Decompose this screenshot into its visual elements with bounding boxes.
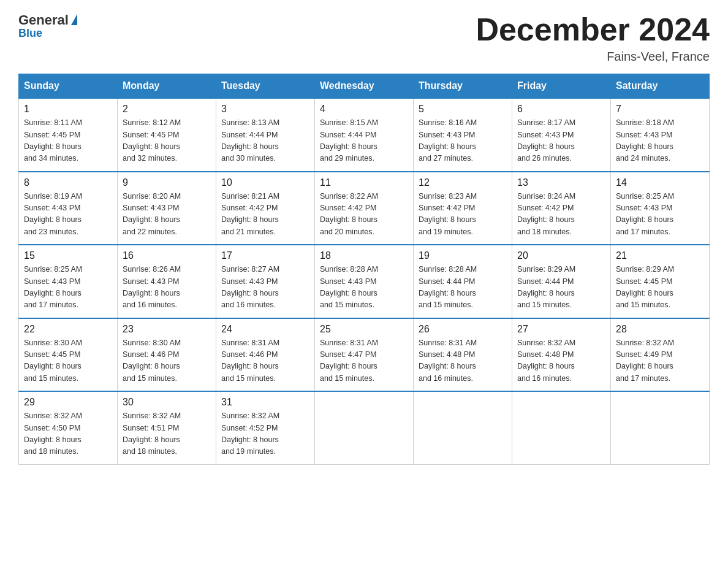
calendar-week-row: 29 Sunrise: 8:32 AM Sunset: 4:50 PM Dayl… bbox=[19, 391, 710, 464]
calendar-cell: 10 Sunrise: 8:21 AM Sunset: 4:42 PM Dayl… bbox=[216, 172, 315, 245]
calendar-cell: 16 Sunrise: 8:26 AM Sunset: 4:43 PM Dayl… bbox=[118, 245, 216, 318]
calendar-cell: 2 Sunrise: 8:12 AM Sunset: 4:45 PM Dayli… bbox=[118, 98, 216, 172]
calendar-cell: 22 Sunrise: 8:30 AM Sunset: 4:45 PM Dayl… bbox=[19, 318, 118, 392]
day-number: 13 bbox=[517, 177, 605, 188]
day-number: 10 bbox=[221, 177, 309, 188]
day-number: 1 bbox=[24, 104, 112, 115]
day-number: 26 bbox=[419, 324, 507, 335]
calendar-cell: 4 Sunrise: 8:15 AM Sunset: 4:44 PM Dayli… bbox=[315, 98, 414, 172]
day-number: 23 bbox=[123, 324, 211, 335]
month-title: December 2024 bbox=[476, 12, 710, 47]
calendar-cell: 11 Sunrise: 8:22 AM Sunset: 4:42 PM Dayl… bbox=[315, 172, 414, 245]
logo-blue-text: Blue bbox=[18, 27, 42, 40]
day-info: Sunrise: 8:31 AM Sunset: 4:47 PM Dayligh… bbox=[320, 337, 408, 385]
day-info: Sunrise: 8:30 AM Sunset: 4:45 PM Dayligh… bbox=[24, 337, 112, 385]
calendar-cell: 30 Sunrise: 8:32 AM Sunset: 4:51 PM Dayl… bbox=[118, 391, 216, 464]
day-info: Sunrise: 8:21 AM Sunset: 4:42 PM Dayligh… bbox=[221, 191, 309, 239]
day-number: 9 bbox=[123, 177, 211, 188]
calendar-cell: 8 Sunrise: 8:19 AM Sunset: 4:43 PM Dayli… bbox=[19, 172, 118, 245]
calendar-week-row: 1 Sunrise: 8:11 AM Sunset: 4:45 PM Dayli… bbox=[19, 98, 710, 172]
day-number: 18 bbox=[320, 250, 408, 261]
day-info: Sunrise: 8:32 AM Sunset: 4:52 PM Dayligh… bbox=[221, 410, 309, 458]
day-info: Sunrise: 8:28 AM Sunset: 4:43 PM Dayligh… bbox=[320, 264, 408, 312]
day-number: 29 bbox=[24, 397, 112, 408]
page-header: General Blue December 2024 Fains-Veel, F… bbox=[18, 12, 710, 64]
day-info: Sunrise: 8:23 AM Sunset: 4:42 PM Dayligh… bbox=[419, 191, 507, 239]
day-number: 8 bbox=[24, 177, 112, 188]
day-info: Sunrise: 8:17 AM Sunset: 4:43 PM Dayligh… bbox=[517, 117, 605, 165]
day-info: Sunrise: 8:22 AM Sunset: 4:42 PM Dayligh… bbox=[320, 191, 408, 239]
day-number: 20 bbox=[517, 250, 605, 261]
calendar-cell bbox=[611, 391, 710, 464]
logo-wordmark: General bbox=[18, 12, 77, 28]
day-info: Sunrise: 8:18 AM Sunset: 4:43 PM Dayligh… bbox=[616, 117, 704, 165]
day-number: 19 bbox=[419, 250, 507, 261]
calendar-cell: 28 Sunrise: 8:32 AM Sunset: 4:49 PM Dayl… bbox=[611, 318, 710, 392]
calendar-cell: 12 Sunrise: 8:23 AM Sunset: 4:42 PM Dayl… bbox=[414, 172, 512, 245]
weekday-header-tuesday: Tuesday bbox=[216, 74, 315, 99]
day-number: 24 bbox=[221, 324, 309, 335]
day-info: Sunrise: 8:32 AM Sunset: 4:50 PM Dayligh… bbox=[24, 410, 112, 458]
day-number: 17 bbox=[221, 250, 309, 261]
logo: General Blue bbox=[18, 12, 77, 40]
day-info: Sunrise: 8:20 AM Sunset: 4:43 PM Dayligh… bbox=[123, 191, 211, 239]
calendar-cell: 21 Sunrise: 8:29 AM Sunset: 4:45 PM Dayl… bbox=[611, 245, 710, 318]
location-label: Fains-Veel, France bbox=[476, 50, 710, 64]
weekday-header-sunday: Sunday bbox=[19, 74, 118, 99]
day-number: 25 bbox=[320, 324, 408, 335]
calendar-cell bbox=[315, 391, 414, 464]
calendar-cell: 20 Sunrise: 8:29 AM Sunset: 4:44 PM Dayl… bbox=[512, 245, 611, 318]
calendar-cell: 15 Sunrise: 8:25 AM Sunset: 4:43 PM Dayl… bbox=[19, 245, 118, 318]
day-number: 5 bbox=[419, 104, 507, 115]
day-number: 7 bbox=[616, 104, 704, 115]
day-number: 4 bbox=[320, 104, 408, 115]
day-number: 31 bbox=[221, 397, 309, 408]
day-info: Sunrise: 8:19 AM Sunset: 4:43 PM Dayligh… bbox=[24, 191, 112, 239]
day-info: Sunrise: 8:25 AM Sunset: 4:43 PM Dayligh… bbox=[616, 191, 704, 239]
calendar-cell bbox=[414, 391, 512, 464]
weekday-header-saturday: Saturday bbox=[611, 74, 710, 99]
calendar-cell: 9 Sunrise: 8:20 AM Sunset: 4:43 PM Dayli… bbox=[118, 172, 216, 245]
day-number: 14 bbox=[616, 177, 704, 188]
day-number: 12 bbox=[419, 177, 507, 188]
calendar-cell: 23 Sunrise: 8:30 AM Sunset: 4:46 PM Dayl… bbox=[118, 318, 216, 392]
calendar-week-row: 8 Sunrise: 8:19 AM Sunset: 4:43 PM Dayli… bbox=[19, 172, 710, 245]
logo-general-text: General bbox=[18, 12, 69, 28]
day-info: Sunrise: 8:29 AM Sunset: 4:45 PM Dayligh… bbox=[616, 264, 704, 312]
weekday-header-monday: Monday bbox=[118, 74, 216, 99]
calendar-cell: 26 Sunrise: 8:31 AM Sunset: 4:48 PM Dayl… bbox=[414, 318, 512, 392]
day-info: Sunrise: 8:24 AM Sunset: 4:42 PM Dayligh… bbox=[517, 191, 605, 239]
calendar-cell: 3 Sunrise: 8:13 AM Sunset: 4:44 PM Dayli… bbox=[216, 98, 315, 172]
day-number: 16 bbox=[123, 250, 211, 261]
day-info: Sunrise: 8:32 AM Sunset: 4:48 PM Dayligh… bbox=[517, 337, 605, 385]
calendar-cell: 29 Sunrise: 8:32 AM Sunset: 4:50 PM Dayl… bbox=[19, 391, 118, 464]
day-info: Sunrise: 8:32 AM Sunset: 4:49 PM Dayligh… bbox=[616, 337, 704, 385]
day-info: Sunrise: 8:30 AM Sunset: 4:46 PM Dayligh… bbox=[123, 337, 211, 385]
day-info: Sunrise: 8:32 AM Sunset: 4:51 PM Dayligh… bbox=[123, 410, 211, 458]
calendar-cell: 5 Sunrise: 8:16 AM Sunset: 4:43 PM Dayli… bbox=[414, 98, 512, 172]
calendar-cell: 31 Sunrise: 8:32 AM Sunset: 4:52 PM Dayl… bbox=[216, 391, 315, 464]
calendar-week-row: 15 Sunrise: 8:25 AM Sunset: 4:43 PM Dayl… bbox=[19, 245, 710, 318]
calendar-cell: 19 Sunrise: 8:28 AM Sunset: 4:44 PM Dayl… bbox=[414, 245, 512, 318]
day-info: Sunrise: 8:28 AM Sunset: 4:44 PM Dayligh… bbox=[419, 264, 507, 312]
calendar-cell: 17 Sunrise: 8:27 AM Sunset: 4:43 PM Dayl… bbox=[216, 245, 315, 318]
calendar-cell: 27 Sunrise: 8:32 AM Sunset: 4:48 PM Dayl… bbox=[512, 318, 611, 392]
day-info: Sunrise: 8:12 AM Sunset: 4:45 PM Dayligh… bbox=[123, 117, 211, 165]
day-number: 21 bbox=[616, 250, 704, 261]
calendar-cell: 25 Sunrise: 8:31 AM Sunset: 4:47 PM Dayl… bbox=[315, 318, 414, 392]
day-info: Sunrise: 8:11 AM Sunset: 4:45 PM Dayligh… bbox=[24, 117, 112, 165]
calendar-cell bbox=[512, 391, 611, 464]
weekday-header-row: SundayMondayTuesdayWednesdayThursdayFrid… bbox=[19, 74, 710, 99]
weekday-header-wednesday: Wednesday bbox=[315, 74, 414, 99]
day-info: Sunrise: 8:31 AM Sunset: 4:46 PM Dayligh… bbox=[221, 337, 309, 385]
day-number: 27 bbox=[517, 324, 605, 335]
logo-triangle-icon bbox=[71, 14, 77, 25]
calendar-cell: 18 Sunrise: 8:28 AM Sunset: 4:43 PM Dayl… bbox=[315, 245, 414, 318]
day-info: Sunrise: 8:29 AM Sunset: 4:44 PM Dayligh… bbox=[517, 264, 605, 312]
day-info: Sunrise: 8:27 AM Sunset: 4:43 PM Dayligh… bbox=[221, 264, 309, 312]
calendar-cell: 24 Sunrise: 8:31 AM Sunset: 4:46 PM Dayl… bbox=[216, 318, 315, 392]
day-info: Sunrise: 8:16 AM Sunset: 4:43 PM Dayligh… bbox=[419, 117, 507, 165]
day-info: Sunrise: 8:25 AM Sunset: 4:43 PM Dayligh… bbox=[24, 264, 112, 312]
title-section: December 2024 Fains-Veel, France bbox=[476, 12, 710, 64]
calendar-week-row: 22 Sunrise: 8:30 AM Sunset: 4:45 PM Dayl… bbox=[19, 318, 710, 392]
